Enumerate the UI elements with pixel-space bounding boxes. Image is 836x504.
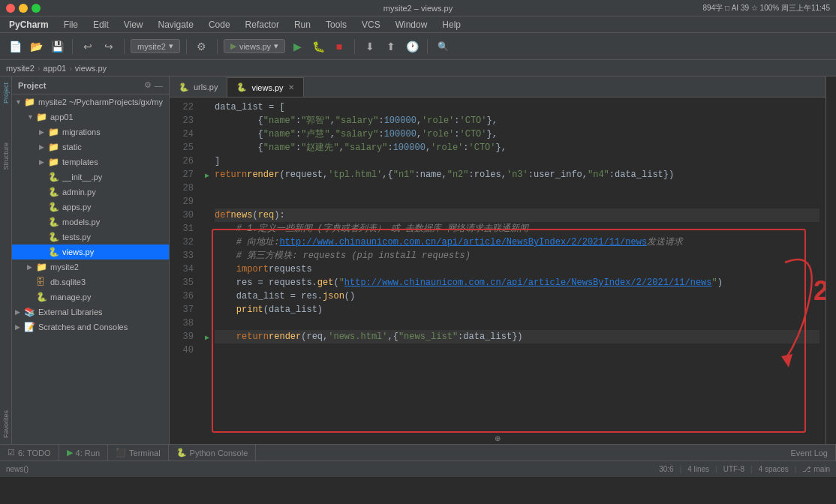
stop-button[interactable]: ■ [330,38,348,56]
tab-run[interactable]: ▶ 4: Run [59,445,108,461]
menu-view[interactable]: View [121,18,146,32]
tab-python-console[interactable]: 🐍 Python Console [169,445,257,461]
tab-views-label: views.py [251,83,283,92]
tree-item-migrations[interactable]: ▶ 📁 migrations [12,124,169,140]
tab-views[interactable]: 🐍 views.py ✕ [227,77,303,97]
settings-button[interactable]: ⚙ [193,38,211,56]
debug-button[interactable]: 🐛 [309,38,327,56]
minimize-button[interactable] [19,4,28,13]
menu-help[interactable]: Help [439,18,464,32]
code-line-30: def news(req): [215,208,819,222]
code-line-34: import requests [215,262,819,276]
code-editor[interactable]: 🐍 urls.py 🐍 views.py ✕ 22 23 24 25 [170,76,825,444]
breadcrumb-mysite2[interactable]: mysite2 [6,64,35,73]
status-indent[interactable]: 4 spaces [759,465,789,473]
breadcrumb-views[interactable]: views.py [75,64,107,73]
open-button[interactable]: 📂 [27,38,45,56]
tree-item-mysite2-root[interactable]: ▼ 📁 mysite2 ~/PycharmProjects/gx/my [12,94,169,110]
code-line-33: # 第三方模块: requests (pip install requests) [215,249,819,262]
breadcrumb-app01[interactable]: app01 [44,64,67,73]
panel-settings-icon[interactable]: ⚙ [144,80,152,90]
new-file-button[interactable]: 📄 [6,38,24,56]
menubar: PyCharm File Edit View Navigate Code Ref… [0,16,836,33]
py-models-icon: 🐍 [48,217,60,227]
tree-item-models[interactable]: ▶ 🐍 models.py [12,214,169,230]
status-git-icon[interactable]: ⎇ main [802,465,830,473]
undo-button[interactable]: ↩ [79,38,97,56]
window-title: mysite2 – views.py [383,4,453,13]
py-apps-icon: 🐍 [48,202,60,212]
toolbar-separator-1 [72,39,73,54]
tree-item-templates[interactable]: ▶ 📁 templates [12,154,169,170]
search-everywhere-button[interactable]: 🔍 [434,38,452,56]
menu-code[interactable]: Code [206,18,233,32]
tab-todo[interactable]: ☑ 6: TODO [0,445,59,461]
tree-item-static[interactable]: ▶ 📁 static [12,140,169,154]
tree-item-scratches[interactable]: ▶ 📝 Scratches and Consoles [12,320,169,334]
titlebar-info: 894字 □ AI 39 ☆ 100% 周三上午11:45 [702,3,830,14]
tab-terminal-label: Terminal [129,448,161,458]
folder-app01-icon: 📁 [36,112,48,122]
tree-item-apps[interactable]: ▶ 🐍 apps.py [12,200,169,214]
git-branch-label: main [813,465,830,473]
menu-run[interactable]: Run [291,18,314,32]
project-dropdown[interactable]: mysite2 ▾ [131,39,180,53]
folder-static-icon: 📁 [48,142,60,152]
todo-icon: ☑ [8,448,15,458]
sidebar-structure-icon[interactable]: Structure [2,142,10,170]
tab-views-close-icon[interactable]: ✕ [288,83,294,92]
code-line-39: return render(req, 'news.html', {"news_l… [215,330,819,344]
py-admin-icon: 🐍 [48,187,60,197]
cursor-indicator: ⊕ [490,433,505,444]
tree-arrow-ext-icon: ▶ [15,308,24,316]
tree-item-external-libs[interactable]: ▶ 📚 External Libraries [12,304,169,320]
app-name[interactable]: PyCharm [6,18,52,32]
panel-collapse-icon[interactable]: — [155,81,163,90]
tree-item-views[interactable]: ▶ 🐍 views.py [12,244,169,260]
git-history-button[interactable]: 🕐 [403,38,421,56]
menu-vcs[interactable]: VCS [359,18,383,32]
menu-window[interactable]: Window [392,18,431,32]
tree-item-mysite2-inner[interactable]: ▶ 📁 mysite2 [12,260,169,274]
tree-item-admin[interactable]: ▶ 🐍 admin.py [12,184,169,200]
tree-item-init[interactable]: ▶ 🐍 __init__.py [12,170,169,184]
code-line-25: {"name": "赵建先", "salary": 100000, 'role'… [215,141,819,154]
tree-item-manage[interactable]: ▶ 🐍 manage.py [12,290,169,304]
py-manage-icon: 🐍 [36,292,48,302]
tree-label-templates: templates [62,158,98,166]
status-sep-4: | [795,465,797,473]
code-line-26: ] [215,154,819,168]
menu-tools[interactable]: Tools [323,18,350,32]
run-config-arrow-icon: ▾ [274,41,278,51]
code-area[interactable]: 22 23 24 25 26 27 28 29 30 31 32 33 34 3… [170,98,825,444]
tab-terminal[interactable]: ⬛ Terminal [108,445,169,461]
tree-item-tests[interactable]: ▶ 🐍 tests.py [12,230,169,244]
tree-arrow-static-icon: ▶ [39,143,48,151]
status-encoding[interactable]: UTF-8 [723,465,744,473]
menu-refactor[interactable]: Refactor [242,18,282,32]
toolbar: 📄 📂 💾 ↩ ↪ mysite2 ▾ ⚙ ▶ views.py ▾ ▶ 🐛 ■… [0,33,836,60]
tree-item-app01[interactable]: ▼ 📁 app01 [12,110,169,124]
tree-label-scratches: Scratches and Consoles [38,322,128,332]
menu-edit[interactable]: Edit [90,18,112,32]
close-button[interactable] [6,4,15,13]
menu-file[interactable]: File [61,18,81,32]
breadcrumb-sep-2: › [69,64,72,73]
git-update-button[interactable]: ⬇ [361,38,379,56]
run-button[interactable]: ▶ [288,38,306,56]
tab-urls[interactable]: 🐍 urls.py [170,77,227,97]
save-button[interactable]: 💾 [48,38,66,56]
run-config-dropdown[interactable]: ▶ views.py ▾ [224,39,285,53]
redo-button[interactable]: ↪ [100,38,118,56]
sidebar-project-icon[interactable]: Project [2,80,10,106]
tree-label-mysite2-root: mysite2 ~/PycharmProjects/gx/my [38,98,163,106]
git-push-button[interactable]: ⬆ [382,38,400,56]
tree-label-views: views.py [62,248,94,256]
tree-item-db[interactable]: ▶ 🗄 db.sqlite3 [12,274,169,290]
menu-navigate[interactable]: Navigate [155,18,197,32]
status-position[interactable]: 30:6 [659,465,673,473]
sidebar-favorites-icon[interactable]: Favorites [2,410,10,438]
event-log-label: Event Log [790,448,828,458]
event-log-tab[interactable]: Event Log [783,445,836,461]
maximize-button[interactable] [32,4,41,13]
